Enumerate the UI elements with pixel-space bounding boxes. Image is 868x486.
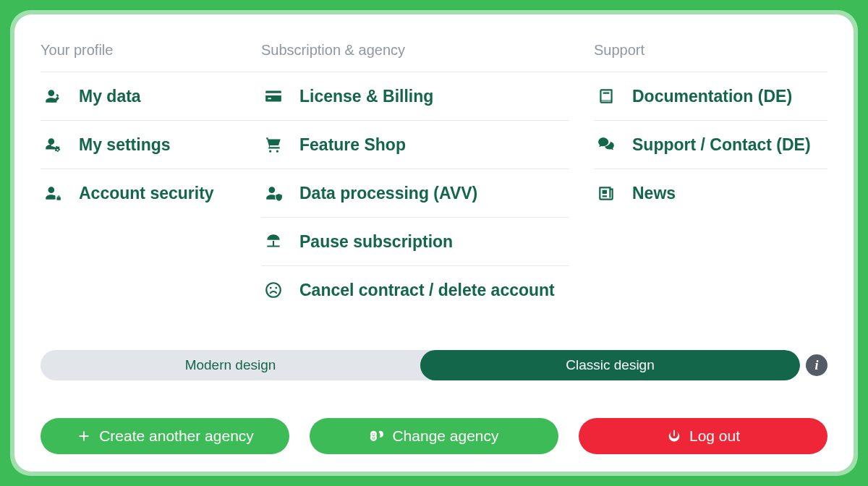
design-toggle-row: Modern design Classic design i [41,350,827,380]
license-billing-label: License & Billing [299,87,433,106]
documentation-item[interactable]: Documentation (DE) [594,72,827,121]
power-icon [666,428,682,444]
create-agency-label: Create another agency [99,427,254,445]
my-data-item[interactable]: My data [41,72,261,121]
user-edit-icon [43,86,63,106]
cancel-contract-item[interactable]: Cancel contract / delete account [261,266,569,314]
support-heading: Support [594,36,827,72]
profile-column: Your profile My data My settings [41,36,261,343]
license-billing-item[interactable]: License & Billing [261,72,569,121]
feature-shop-label: Feature Shop [299,135,406,155]
columns-container: Your profile My data My settings [41,36,827,343]
create-agency-button[interactable]: Create another agency [41,418,289,454]
my-settings-label: My settings [79,135,171,155]
account-security-item[interactable]: Account security [41,169,261,217]
pause-subscription-label: Pause subscription [299,232,453,252]
credit-card-icon [263,86,284,106]
my-data-label: My data [79,87,141,106]
profile-heading: Your profile [41,36,261,72]
masks-icon [369,428,385,444]
data-processing-item[interactable]: Data processing (AVV) [261,169,569,218]
sad-face-icon [263,280,284,300]
classic-design-option[interactable]: Classic design [420,350,800,380]
card-outer: Your profile My data My settings [10,10,858,476]
account-security-label: Account security [79,184,214,203]
news-item[interactable]: News [594,169,827,217]
action-buttons: Create another agency Change agency Log … [41,418,827,454]
change-agency-button[interactable]: Change agency [310,418,558,454]
user-lock-icon [43,183,63,203]
design-toggle[interactable]: Modern design Classic design [41,350,800,380]
newspaper-icon [596,183,616,203]
cancel-contract-label: Cancel contract / delete account [299,281,555,300]
subscription-column: Subscription & agency License & Billing … [261,36,594,343]
data-processing-label: Data processing (AVV) [299,184,477,203]
info-icon[interactable]: i [806,354,827,376]
plus-icon [76,428,92,444]
support-contact-label: Support / Contact (DE) [632,135,811,155]
support-column: Support Documentation (DE) Support / Con… [594,36,827,343]
logout-label: Log out [689,427,740,445]
cart-icon [263,135,284,155]
support-contact-item[interactable]: Support / Contact (DE) [594,121,827,169]
user-gear-icon [43,135,63,155]
umbrella-beach-icon [263,231,284,252]
chat-bubbles-icon [596,135,616,155]
settings-card: Your profile My data My settings [14,14,854,472]
change-agency-label: Change agency [392,427,498,445]
pause-subscription-item[interactable]: Pause subscription [261,218,569,266]
my-settings-item[interactable]: My settings [41,121,261,169]
modern-design-option[interactable]: Modern design [41,350,420,380]
subscription-heading: Subscription & agency [261,36,594,72]
book-icon [596,86,616,106]
user-shield-icon [263,183,284,203]
documentation-label: Documentation (DE) [632,87,792,106]
news-label: News [632,184,676,203]
feature-shop-item[interactable]: Feature Shop [261,121,569,169]
logout-button[interactable]: Log out [579,418,827,454]
